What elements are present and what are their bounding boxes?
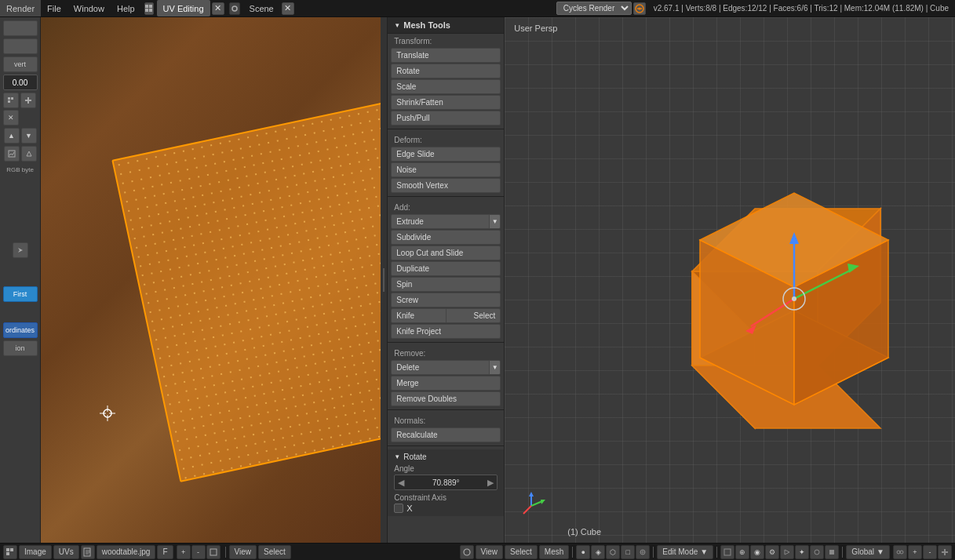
mesh-menu-3d[interactable]: Mesh	[539, 545, 569, 559]
svg-rect-45	[6, 552, 9, 555]
rotate-collapse-icon[interactable]: ▼	[394, 453, 400, 460]
file-icon[interactable]	[81, 545, 95, 559]
extra-icon-1[interactable]	[893, 545, 907, 559]
mode-icon-4[interactable]: □	[621, 545, 635, 559]
view-menu-3d[interactable]: View	[476, 545, 504, 559]
knife-btn[interactable]: Knife	[392, 309, 446, 322]
mode-icon-5[interactable]	[636, 545, 650, 559]
cube-label: (1) Cube	[567, 527, 601, 536]
first-button[interactable]: First	[3, 286, 38, 302]
panel-collapse-icon[interactable]: ▼	[394, 22, 400, 29]
rotate-btn[interactable]: Rotate	[391, 64, 501, 78]
sidebar-up-icon[interactable]: ▲	[4, 128, 20, 144]
edit-mode-select[interactable]: Edit Mode ▼	[657, 545, 713, 559]
extra-icon-2[interactable]: +	[908, 545, 922, 559]
image-icon-2[interactable]	[21, 146, 37, 162]
pin-icon-1[interactable]: +	[177, 545, 191, 559]
f-button[interactable]: F	[157, 545, 173, 559]
image-icon-1[interactable]	[4, 146, 20, 162]
sidebar-small-btn-2[interactable]	[20, 93, 36, 108]
x-checkbox[interactable]	[394, 504, 403, 513]
viewport-icon-3[interactable]: ◉	[750, 545, 764, 559]
ion-btn[interactable]: ion	[3, 340, 38, 356]
uv-header-icon[interactable]	[3, 545, 17, 559]
scene-close-icon[interactable]: ✕	[282, 2, 294, 15]
delete-arrow-icon[interactable]: ▼	[489, 361, 500, 374]
mode-icon-1[interactable]: ●	[576, 545, 590, 559]
filename-label[interactable]: woodtable.jpg	[97, 545, 156, 559]
push-pull-btn[interactable]: Push/Pull	[391, 111, 501, 125]
merge-btn[interactable]: Merge	[391, 376, 501, 391]
viewport-icon-2[interactable]: ⊕	[735, 545, 749, 559]
viewport-icon-4[interactable]: ⚙	[765, 545, 779, 559]
angle-right-icon[interactable]: ▶	[484, 478, 497, 488]
loop-cut-btn[interactable]: Loop Cut and Slide	[391, 245, 501, 260]
mode-icon-2[interactable]: ◈	[591, 545, 605, 559]
knife-select-btn[interactable]: Select	[446, 309, 501, 322]
angle-left-icon[interactable]: ◀	[395, 478, 407, 488]
uvs-menu[interactable]: UVs	[53, 545, 79, 559]
viewport-icon-5[interactable]	[780, 545, 794, 559]
viewport-icon-7[interactable]	[810, 545, 824, 559]
extra-icon-4[interactable]	[938, 545, 952, 559]
smooth-vertex-btn[interactable]: Smooth Vertex	[391, 178, 501, 193]
sep-2	[572, 547, 573, 558]
extrude-dropdown[interactable]: Extrude ▼	[391, 214, 501, 229]
delete-btn[interactable]: Delete	[392, 361, 489, 374]
viewport-icon-8[interactable]	[825, 545, 839, 559]
remove-doubles-btn[interactable]: Remove Doubles	[391, 391, 501, 406]
recalculate-btn[interactable]: Recalculate	[391, 427, 501, 442]
svg-point-4	[232, 6, 237, 11]
render-engine-select[interactable]: Cycles Render	[556, 2, 632, 15]
sidebar-select-icon[interactable]	[13, 242, 28, 258]
pin-icon-2[interactable]: -	[191, 545, 206, 559]
knife-split[interactable]: Knife Select	[391, 308, 501, 323]
select-menu-3d[interactable]: Select	[505, 545, 538, 559]
extrude-btn[interactable]: Extrude	[392, 215, 489, 228]
number-input[interactable]: 0.00	[3, 75, 38, 90]
screw-btn[interactable]: Screw	[391, 293, 501, 307]
layout-icon[interactable]	[144, 2, 154, 15]
spin-btn[interactable]: Spin	[391, 277, 501, 292]
edge-slide-btn[interactable]: Edge Slide	[391, 147, 501, 162]
window-menu[interactable]: Window	[67, 0, 111, 16]
sep-3	[653, 547, 654, 558]
sidebar-down-icon[interactable]: ▼	[21, 128, 37, 144]
render-menu[interactable]: Render	[0, 0, 41, 16]
shrink-fatten-btn[interactable]: Shrink/Fatten	[391, 95, 501, 110]
sidebar-small-btn-1[interactable]	[3, 93, 19, 108]
uv-editing-tab[interactable]: UV Editing	[157, 0, 210, 16]
noise-btn[interactable]: Noise	[391, 162, 501, 177]
coordinates-button[interactable]: ordinates	[3, 322, 38, 338]
viewport-icon-1[interactable]	[720, 545, 734, 559]
3d-header-icon[interactable]	[460, 545, 474, 559]
pin-icon-3[interactable]	[206, 545, 221, 559]
uv-editor[interactable]	[41, 17, 387, 543]
viewport-icon-6[interactable]: ✦	[795, 545, 809, 559]
view-menu-uv[interactable]: View	[229, 545, 257, 559]
sidebar-btn-1[interactable]	[3, 20, 38, 36]
mode-icon-3[interactable]: ⬡	[606, 545, 620, 559]
subdivide-btn[interactable]: Subdivide	[391, 230, 501, 245]
global-select[interactable]: Global ▼	[846, 545, 890, 559]
duplicate-btn[interactable]: Duplicate	[391, 261, 501, 276]
svg-rect-44	[10, 548, 13, 551]
scale-btn[interactable]: Scale	[391, 79, 501, 94]
extrude-arrow-icon[interactable]: ▼	[489, 215, 500, 228]
help-menu[interactable]: Help	[111, 0, 141, 16]
file-menu[interactable]: File	[41, 0, 67, 16]
select-menu-uv[interactable]: Select	[258, 545, 291, 559]
extra-icon-3[interactable]: -	[923, 545, 937, 559]
resize-handle[interactable]	[381, 17, 387, 543]
viewport-3d[interactable]: User Persp	[505, 17, 955, 543]
vert-btn[interactable]: vert	[3, 56, 38, 72]
delete-dropdown[interactable]: Delete ▼	[391, 360, 501, 375]
angle-field[interactable]: ◀ 70.889° ▶	[394, 475, 498, 490]
translate-btn[interactable]: Translate	[391, 48, 501, 63]
close-layout-icon[interactable]: ✕	[212, 2, 224, 15]
knife-project-btn[interactable]: Knife Project	[391, 324, 501, 339]
sidebar-btn-2[interactable]	[3, 38, 38, 54]
scene-icon[interactable]	[229, 2, 240, 15]
image-menu[interactable]: Image	[19, 545, 52, 559]
sidebar-small-btn-3[interactable]: ✕	[3, 110, 19, 125]
